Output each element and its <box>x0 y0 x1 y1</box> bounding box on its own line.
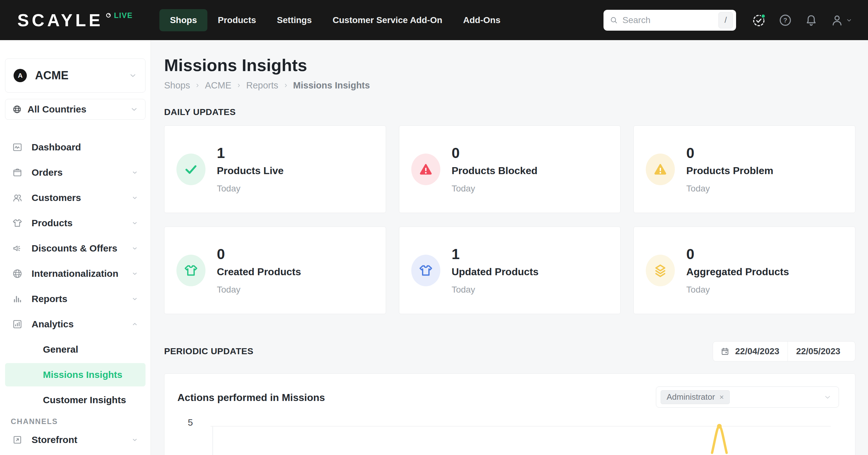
globe-icon <box>12 105 22 114</box>
chevron-down-icon <box>131 194 138 202</box>
stat-label: Created Products <box>217 266 301 278</box>
chevron-down-icon <box>131 270 138 278</box>
actions-chart-card: Actions performed in Missions Administra… <box>164 373 856 455</box>
country-selector-label: All Countries <box>27 104 87 115</box>
chevron-down-icon <box>824 393 832 401</box>
channels-section-header: CHANNELS <box>5 416 146 427</box>
user-icon <box>830 13 844 27</box>
sidebar-subitem-general[interactable]: General <box>5 337 146 362</box>
top-navigation: Shops Products Settings Customer Service… <box>159 9 511 31</box>
calendar-icon <box>721 347 730 356</box>
stat-label: Products Problem <box>686 165 773 176</box>
stat-value: 0 <box>217 247 301 262</box>
breadcrumb-acme[interactable]: ACME <box>205 80 231 91</box>
sidebar-subitem-customer-insights[interactable]: Customer Insights <box>5 388 146 413</box>
scayle-logo[interactable]: SCAYLE LIVE <box>18 10 132 30</box>
sidebar: A ACME All Countries Dashboard Orders <box>0 40 151 455</box>
stat-period: Today <box>452 285 539 294</box>
date-to[interactable]: 22/05/2023 <box>796 346 840 357</box>
spike-dot <box>717 424 722 429</box>
sidebar-item-label: Dashboard <box>32 142 81 152</box>
sidebar-item-discounts-offers[interactable]: Discounts & Offers <box>5 236 146 261</box>
stat-period: Today <box>686 184 773 193</box>
main-content: Missions Insights Shops ACME Reports Mis… <box>151 40 868 455</box>
logo-wordmark: SCAYLE <box>18 10 103 30</box>
chevron-down-icon <box>129 72 137 80</box>
sidebar-item-storefront[interactable]: Storefront <box>5 427 146 453</box>
analytics-icon <box>12 319 23 330</box>
sidebar-subitem-missions-insights[interactable]: Missions Insights <box>5 363 146 387</box>
periodic-updates-header: PERIODIC UPDATES <box>164 346 253 357</box>
topnav-products[interactable]: Products <box>207 9 267 31</box>
tshirt-icon <box>177 255 206 286</box>
sidebar-item-orders[interactable]: Orders <box>5 160 146 185</box>
bar-chart-icon <box>12 293 23 304</box>
sidebar-item-customers[interactable]: Customers <box>5 185 146 210</box>
search-input[interactable] <box>622 15 718 25</box>
stat-card-products-live: 1 Products Live Today <box>164 125 386 213</box>
live-label: LIVE <box>114 11 132 20</box>
topnav-addons[interactable]: Add-Ons <box>453 9 511 31</box>
chevron-right-icon <box>283 83 288 88</box>
help-icon[interactable]: ? <box>778 13 792 27</box>
sidebar-navigation: Dashboard Orders Customers Products <box>5 135 146 453</box>
topbar: SCAYLE LIVE Shops Products Settings Cust… <box>0 0 868 40</box>
sidebar-item-reports[interactable]: Reports <box>5 286 146 312</box>
notifications-bell-icon[interactable] <box>804 13 818 27</box>
check-icon <box>177 153 206 185</box>
globe-icon <box>12 268 23 279</box>
sidebar-item-label: Orders <box>32 167 62 178</box>
sidebar-item-analytics[interactable]: Analytics <box>5 312 146 337</box>
chevron-down-icon <box>131 219 138 227</box>
topnav-customer-service-addon[interactable]: Customer Service Add-On <box>322 9 453 31</box>
megaphone-icon <box>12 243 23 254</box>
stat-label: Products Blocked <box>452 165 537 176</box>
stat-card-updated-products: 1 Updated Products Today <box>399 227 621 314</box>
y-axis-tick-5: 5 <box>188 418 193 427</box>
topnav-shops[interactable]: Shops <box>159 9 207 31</box>
daily-updates-header: DAILY UPDATES <box>164 107 856 117</box>
breadcrumb-current: Missions Insights <box>293 80 370 91</box>
chevron-right-icon <box>237 83 241 88</box>
chevron-down-icon <box>131 436 138 444</box>
stat-period: Today <box>217 184 284 193</box>
alert-triangle-icon <box>646 153 675 185</box>
date-range-picker[interactable]: 22/04/2023 22/05/2023 <box>713 341 856 362</box>
topbar-right-cluster: / ? <box>603 10 852 31</box>
svg-text:?: ? <box>783 17 787 24</box>
country-selector[interactable]: All Countries <box>5 99 146 120</box>
aperture-ring-icon <box>106 12 111 18</box>
user-menu[interactable] <box>830 13 852 27</box>
stat-value: 0 <box>452 145 537 161</box>
storefront-icon <box>12 434 23 445</box>
system-status-icon[interactable] <box>752 13 766 28</box>
alert-triangle-icon <box>411 153 440 185</box>
stat-value: 0 <box>686 247 789 262</box>
shop-selector[interactable]: A ACME <box>5 58 146 92</box>
stat-card-products-problem: 0 Products Problem Today <box>633 125 856 213</box>
sidebar-item-dashboard[interactable]: Dashboard <box>5 135 146 160</box>
periodic-updates-row: PERIODIC UPDATES 22/04/2023 22/05/2023 <box>164 341 856 362</box>
stat-label: Aggregated Products <box>686 266 789 278</box>
page-title: Missions Insights <box>164 55 856 75</box>
date-divider <box>787 342 788 361</box>
sidebar-item-label: Storefront <box>32 434 77 445</box>
remove-tag-icon[interactable]: × <box>719 393 724 401</box>
breadcrumb-shops[interactable]: Shops <box>164 80 190 91</box>
stat-card-products-blocked: 0 Products Blocked Today <box>399 125 621 213</box>
stat-value: 1 <box>452 247 539 262</box>
topnav-settings[interactable]: Settings <box>267 9 322 31</box>
sidebar-item-products[interactable]: Products <box>5 210 146 236</box>
search-shortcut-key: / <box>718 12 733 28</box>
stat-label: Updated Products <box>452 266 539 278</box>
sidebar-item-internationalization[interactable]: Internationalization <box>5 261 146 286</box>
date-from[interactable]: 22/04/2023 <box>735 346 779 357</box>
chevron-down-icon <box>131 169 138 176</box>
role-filter-select[interactable]: Administrator × <box>656 387 839 407</box>
chevron-down-icon <box>131 245 138 252</box>
global-search[interactable]: / <box>603 10 736 31</box>
tshirt-icon <box>12 218 23 228</box>
breadcrumb-reports[interactable]: Reports <box>246 80 278 91</box>
chevron-right-icon <box>195 83 200 88</box>
dashboard-icon <box>12 142 23 152</box>
